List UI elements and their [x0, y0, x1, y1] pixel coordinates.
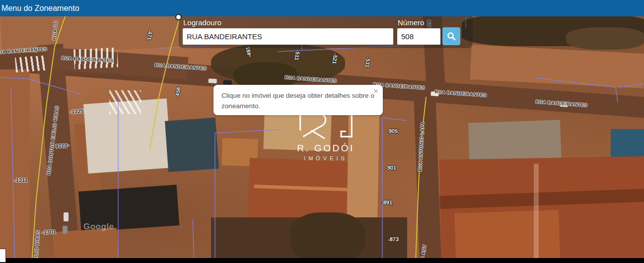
map-decor-patch — [109, 90, 141, 114]
logradouro-field: Logradouro — [183, 17, 393, 45]
parcel-line — [382, 118, 406, 121]
numero-input[interactable] — [397, 28, 440, 45]
house-number-label: -891 — [381, 199, 392, 205]
house-number-label: -1325 — [70, 108, 84, 115]
parcel-line — [193, 219, 194, 263]
search-button[interactable] — [442, 27, 460, 45]
map-decor-patch — [0, 69, 30, 263]
search-icon — [447, 32, 456, 41]
map-decor-patch — [37, 44, 80, 263]
map-decor-patch — [430, 91, 439, 96]
map-decor-patch — [534, 164, 539, 263]
map-decor-patch — [560, 102, 568, 107]
tooltip-text: Clique no imóvel que deseja obter detalh… — [221, 91, 375, 112]
map-decor-patch — [165, 118, 219, 172]
menu-title[interactable]: Menu do Zoneamento — [1, 4, 79, 13]
instruction-tooltip: × Clique no imóvel que deseja obter deta… — [214, 85, 383, 115]
logo-name: R. GODÓI — [290, 143, 361, 154]
numero-field: Número — [397, 17, 440, 45]
map-decor-patch — [73, 47, 118, 69]
logradouro-input[interactable] — [183, 28, 393, 45]
map-decor-patch — [223, 80, 232, 85]
partial-map-control[interactable] — [0, 249, 6, 263]
logo-letter-r-leg — [311, 131, 325, 138]
map-viewport: { "header": { "title": "Menu do Zoneamen… — [0, 0, 644, 263]
top-menu-bar[interactable]: Menu do Zoneamento — [0, 0, 644, 16]
map-decor-patch — [208, 78, 217, 83]
map-decor-patch — [64, 212, 69, 221]
map-vertex-marker[interactable] — [175, 14, 182, 20]
house-number-label: -531 — [364, 57, 371, 68]
logo-letter-r — [300, 115, 326, 137]
house-number-label: -905 — [387, 128, 398, 134]
logo-subtitle: IMÓVEIS — [290, 155, 361, 161]
logo-monogram-icon — [296, 111, 356, 142]
map-decor-patch — [566, 27, 644, 50]
map-decor-patch — [290, 212, 365, 263]
google-watermark: Google — [83, 222, 114, 232]
map-decor-patch — [454, 210, 560, 263]
logradouro-label: Logradouro — [183, 18, 393, 27]
house-number-label: -901 — [385, 165, 396, 171]
house-number-label: -456 — [174, 86, 182, 98]
map-decor-patch — [414, 92, 441, 263]
map-decor-patch — [15, 56, 46, 72]
brand-watermark: R. GODÓI IMÓVEIS — [290, 111, 361, 161]
close-icon[interactable]: × — [373, 87, 378, 95]
search-panel: Logradouro Número — [179, 16, 473, 48]
bottom-bar — [0, 258, 644, 263]
map-decor-patch — [470, 45, 644, 88]
logo-letter-g — [331, 115, 352, 137]
numero-label: Número — [398, 18, 440, 27]
map-decor-patch — [63, 226, 68, 234]
